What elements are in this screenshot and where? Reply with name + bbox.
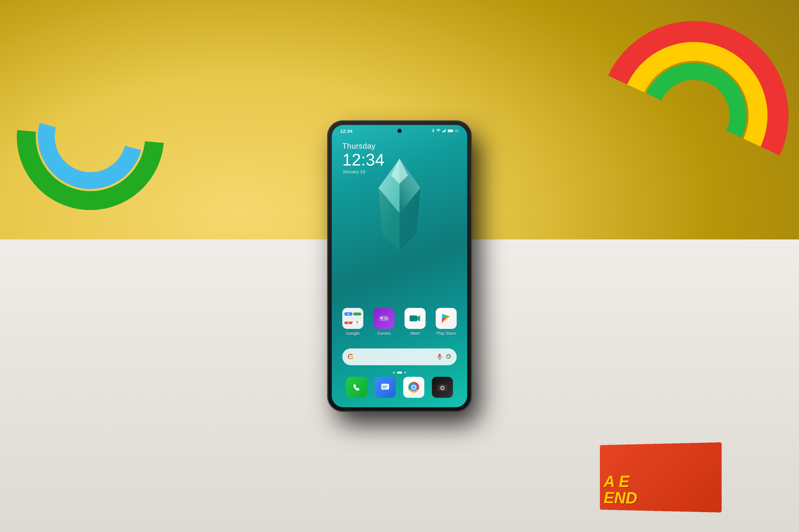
svg-rect-6 [442,131,443,132]
book-text: A EEND [604,473,637,506]
book: A EEND [600,442,722,512]
svg-rect-7 [443,130,444,132]
svg-rect-15 [381,317,382,319]
google-folder-label: Google [346,331,360,336]
background-scene: A EEND [0,0,799,532]
bottom-dock [342,376,457,399]
app-icons-row: G 📍 M [332,308,467,336]
chrome-dock-icon[interactable] [403,377,424,398]
playstore-app-label: Play Store [436,331,456,336]
phone-power-button [471,180,472,197]
date-day: Thursday [342,142,384,151]
page-dot-2 [397,372,402,374]
status-time: 12:34 [340,129,352,134]
svg-rect-20 [410,316,417,321]
playstore-app-item[interactable]: Play Store [434,308,459,336]
svg-point-17 [387,318,388,319]
svg-point-33 [413,387,414,388]
games-app-label: Games [377,331,391,336]
svg-rect-9 [445,129,446,132]
svg-point-19 [384,318,386,319]
date-time-large: 12:34 [342,151,384,168]
meet-app-label: Meet [411,331,420,336]
playstore-app-icon[interactable] [436,308,457,329]
svg-point-18 [386,318,387,320]
page-dot-1 [393,372,395,374]
status-icons: 97 [432,129,459,134]
phone-device: 12:34 [328,121,471,411]
bluetooth-icon [432,129,435,134]
games-app-icon[interactable] [374,308,395,329]
google-g-mini: G [344,312,352,316]
svg-rect-27 [382,387,386,388]
svg-rect-8 [444,130,445,132]
phone-dock-icon[interactable] [346,377,367,398]
date-full: January 18 [342,169,384,174]
svg-rect-11 [448,130,453,132]
google-folder-item[interactable]: G 📍 M [340,308,365,336]
google-calendar-mini: 📅 [353,321,361,324]
svg-rect-12 [453,130,454,132]
google-maps-mini: 📍 [353,312,361,316]
front-camera [397,129,402,133]
svg-point-16 [386,317,387,318]
wifi-icon [436,129,440,133]
phone-screen[interactable]: 12:34 [332,125,467,407]
meet-app-icon[interactable] [404,308,425,329]
phone-body: 12:34 [328,121,471,411]
voice-search-icon[interactable] [437,353,442,360]
google-folder-icon[interactable]: G 📍 M [342,308,363,329]
battery-icon: 97 [448,129,459,133]
google-gmail-mini: M [344,322,352,324]
google-search-bar[interactable]: G [342,348,457,365]
games-app-item[interactable]: Games [371,308,397,336]
svg-rect-21 [439,354,441,357]
svg-rect-26 [382,386,387,386]
svg-point-38 [445,386,446,386]
messages-dock-icon[interactable] [375,377,396,398]
svg-rect-25 [381,384,389,390]
meet-app-item[interactable]: Meet [402,308,428,336]
lens-search-icon[interactable] [446,354,451,360]
page-indicator [332,372,467,374]
date-time-widget[interactable]: Thursday 12:34 January 18 [342,142,384,174]
camera-dock-icon[interactable] [432,377,453,398]
signal-icon [442,129,446,133]
page-dot-3 [404,372,406,374]
svg-point-37 [441,387,443,389]
battery-percent: 97 [455,129,459,133]
google-g-icon: G [348,353,353,361]
